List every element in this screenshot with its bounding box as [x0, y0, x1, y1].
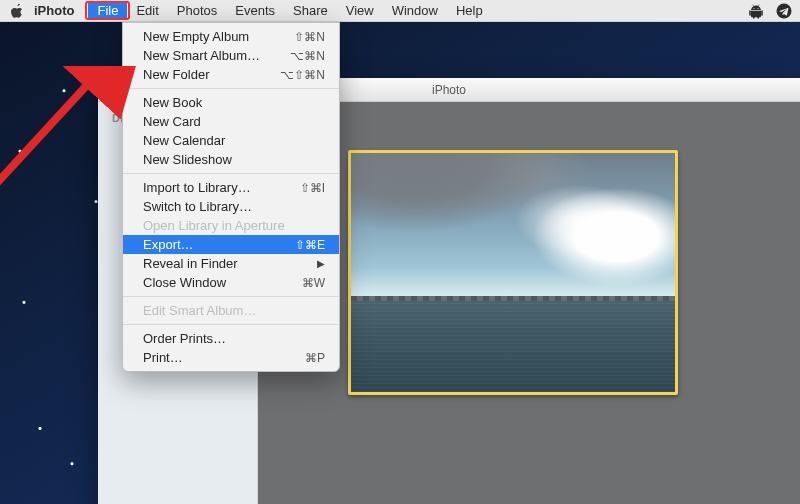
file-menu-item-edit-smart-album: Edit Smart Album… — [123, 301, 339, 320]
file-menu-item-import-to-library[interactable]: Import to Library…⇧⌘I — [123, 178, 339, 197]
menu-item-label: Reveal in Finder — [143, 256, 317, 271]
menu-divider — [123, 173, 339, 174]
menu-item-shortcut: ⌥⇧⌘N — [280, 68, 325, 82]
menu-bar: iPhoto File Edit Photos Events Share Vie… — [0, 0, 800, 22]
menu-item-label: Print… — [143, 350, 305, 365]
status-icon-android[interactable] — [748, 3, 764, 19]
menu-item-file[interactable]: File — [88, 1, 127, 20]
menu-item-shortcut: ⇧⌘N — [294, 30, 325, 44]
app-name[interactable]: iPhoto — [34, 3, 74, 18]
menu-item-events[interactable]: Events — [226, 1, 284, 20]
file-menu-item-reveal-in-finder[interactable]: Reveal in Finder▶ — [123, 254, 339, 273]
menu-item-label: Order Prints… — [143, 331, 325, 346]
menu-item-label: New Empty Album — [143, 29, 294, 44]
menu-item-label: Open Library in Aperture — [143, 218, 325, 233]
menu-item-shortcut: ⌘P — [305, 351, 325, 365]
menu-item-label: Export… — [143, 237, 295, 252]
selected-photo-thumbnail[interactable] — [348, 150, 678, 395]
menu-item-label: Import to Library… — [143, 180, 300, 195]
apple-menu-icon[interactable] — [10, 4, 24, 18]
photo-sea — [351, 301, 675, 392]
file-menu-item-new-calendar[interactable]: New Calendar — [123, 131, 339, 150]
menu-item-label: New Slideshow — [143, 152, 325, 167]
menu-item-edit[interactable]: Edit — [127, 1, 167, 20]
file-menu-item-open-library-in-aperture: Open Library in Aperture — [123, 216, 339, 235]
menu-item-label: New Folder — [143, 67, 280, 82]
file-menu-item-print[interactable]: Print…⌘P — [123, 348, 339, 367]
menu-item-label: New Book — [143, 95, 325, 110]
file-menu-item-new-folder[interactable]: New Folder⌥⇧⌘N — [123, 65, 339, 84]
menu-item-view[interactable]: View — [337, 1, 383, 20]
svg-point-2 — [777, 3, 792, 18]
file-menu-item-new-book[interactable]: New Book — [123, 93, 339, 112]
menu-item-label: Edit Smart Album… — [143, 303, 325, 318]
menu-divider — [123, 324, 339, 325]
file-menu-item-new-card[interactable]: New Card — [123, 112, 339, 131]
menu-item-help[interactable]: Help — [447, 1, 492, 20]
menu-item-photos[interactable]: Photos — [168, 1, 226, 20]
menu-item-shortcut: ⇧⌘E — [295, 238, 325, 252]
menu-item-label: New Card — [143, 114, 325, 129]
file-menu-item-new-smart-album[interactable]: New Smart Album…⌥⌘N — [123, 46, 339, 65]
menu-item-window[interactable]: Window — [383, 1, 447, 20]
menu-item-file-wrap: File — [88, 3, 127, 18]
menu-item-label: New Smart Album… — [143, 48, 290, 63]
file-menu-item-close-window[interactable]: Close Window⌘W — [123, 273, 339, 292]
menu-item-label: Close Window — [143, 275, 302, 290]
menu-item-label: Switch to Library… — [143, 199, 325, 214]
submenu-arrow-icon: ▶ — [317, 258, 325, 269]
menu-item-shortcut: ⌘W — [302, 276, 325, 290]
file-menu-item-order-prints[interactable]: Order Prints… — [123, 329, 339, 348]
menu-item-share[interactable]: Share — [284, 1, 337, 20]
file-menu-item-export[interactable]: Export…⇧⌘E — [123, 235, 339, 254]
menu-item-shortcut: ⌥⌘N — [290, 49, 325, 63]
status-icon-telegram[interactable] — [776, 3, 792, 19]
file-menu-item-new-slideshow[interactable]: New Slideshow — [123, 150, 339, 169]
file-menu-dropdown: New Empty Album⇧⌘NNew Smart Album…⌥⌘NNew… — [122, 22, 340, 372]
window-title: iPhoto — [432, 83, 466, 97]
file-menu-item-switch-to-library[interactable]: Switch to Library… — [123, 197, 339, 216]
menu-item-shortcut: ⇧⌘I — [300, 181, 325, 195]
file-menu-item-new-empty-album[interactable]: New Empty Album⇧⌘N — [123, 27, 339, 46]
menu-item-label: New Calendar — [143, 133, 325, 148]
menu-divider — [123, 88, 339, 89]
menu-divider — [123, 296, 339, 297]
